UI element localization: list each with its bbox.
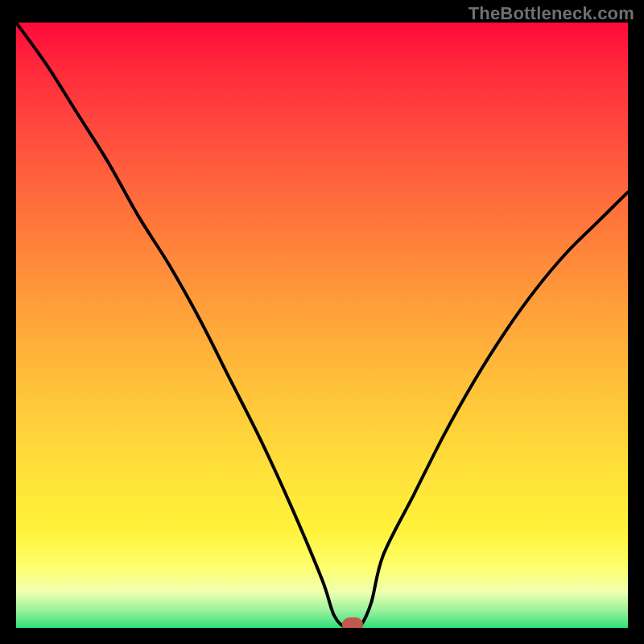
plot-area (16, 23, 628, 628)
optimal-point-marker (342, 617, 363, 628)
chart-frame: TheBottleneck.com (0, 0, 644, 644)
bottleneck-curve (16, 23, 628, 628)
attribution-label: TheBottleneck.com (469, 3, 634, 24)
